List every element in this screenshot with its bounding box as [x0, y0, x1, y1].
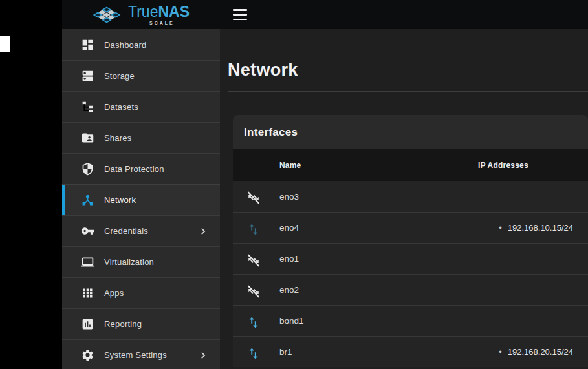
sidebar-item-network[interactable]: Network	[62, 184, 220, 215]
truenas-app-window: TrueNAS SCALE Dashboard Storage Datasets…	[62, 0, 588, 369]
bullet: •	[499, 223, 502, 233]
brand-edition: SCALE	[149, 21, 190, 25]
interface-name: br1	[279, 347, 478, 357]
page-title: Network	[228, 60, 588, 80]
gear-icon	[80, 348, 94, 363]
sidebar: Dashboard Storage Datasets Shares Data P…	[62, 29, 220, 369]
sidebar-item-label: Shares	[104, 133, 131, 143]
background-window-fragment	[0, 36, 10, 52]
topbar: TrueNAS SCALE	[62, 0, 588, 29]
sidebar-item-label: Network	[104, 195, 136, 205]
interface-name: bond1	[279, 316, 478, 326]
apps-grid-icon	[80, 286, 94, 300]
interface-name: eno3	[279, 192, 478, 202]
network-hub-icon	[80, 193, 94, 207]
storage-icon	[80, 69, 94, 83]
sidebar-item-reporting[interactable]: Reporting	[62, 308, 220, 339]
sidebar-item-label: Storage	[104, 71, 135, 81]
interface-row-br1[interactable]: br1 •192.168.20.15/24	[233, 336, 588, 367]
sidebar-item-label: Dashboard	[104, 40, 146, 50]
interface-name: eno4	[279, 223, 478, 233]
interfaces-card-header: Interfaces	[233, 115, 588, 149]
sidebar-item-label: Virtualization	[104, 257, 154, 267]
interface-row-eno3[interactable]: eno3	[233, 181, 588, 212]
shield-icon	[80, 162, 94, 176]
chevron-right-icon	[197, 349, 210, 362]
key-icon	[80, 224, 94, 238]
sidebar-item-datasets[interactable]: Datasets	[62, 91, 220, 122]
interface-row-bond1[interactable]: bond1	[233, 305, 588, 336]
brand-name: TrueNAS	[128, 5, 190, 19]
interface-name: eno2	[279, 285, 478, 295]
sidebar-item-label: Reporting	[104, 319, 142, 329]
interface-ip-addresses: •192.168.20.15/24	[478, 347, 588, 357]
sidebar-item-virtualization[interactable]: Virtualization	[62, 246, 220, 277]
sidebar-item-label: Apps	[104, 288, 124, 298]
chevron-right-icon	[197, 225, 210, 238]
sidebar-item-label: Datasets	[104, 102, 138, 112]
sidebar-item-label: System Settings	[104, 350, 167, 360]
screen: TrueNAS SCALE Dashboard Storage Datasets…	[0, 0, 588, 369]
column-header-name: Name	[279, 161, 478, 170]
sidebar-item-dashboard[interactable]: Dashboard	[62, 29, 220, 60]
interface-row-eno4[interactable]: eno4 •192.168.10.15/24	[233, 212, 588, 243]
sidebar-item-apps[interactable]: Apps	[62, 277, 220, 308]
datasets-tree-icon	[80, 100, 94, 114]
sidebar-item-shares[interactable]: Shares	[62, 122, 220, 153]
desktop-background	[0, 0, 62, 369]
interfaces-table-body: eno3 eno4 •192.168.10.15/24 eno1 eno2 bo…	[233, 181, 588, 367]
sidebar-item-label: Data Protection	[104, 164, 164, 174]
interfaces-card: Interfaces Name IP Addresses eno3 eno4 •…	[233, 115, 588, 367]
shared-folder-icon	[80, 131, 94, 145]
sidebar-item-label: Credentials	[104, 226, 148, 236]
dashboard-icon	[80, 37, 94, 52]
truenas-logo[interactable]: TrueNAS SCALE	[92, 0, 190, 29]
interfaces-card-title: Interfaces	[244, 126, 298, 139]
interfaces-table-header: Name IP Addresses	[233, 149, 588, 181]
hamburger-icon	[233, 9, 247, 11]
interface-row-eno2[interactable]: eno2	[233, 274, 588, 305]
column-header-ip-addresses: IP Addresses	[478, 161, 588, 170]
bullet: •	[499, 347, 502, 357]
sidebar-item-credentials[interactable]: Credentials	[62, 215, 220, 246]
title-divider	[228, 91, 588, 92]
sidebar-item-storage[interactable]: Storage	[62, 60, 220, 91]
interface-row-eno1[interactable]: eno1	[233, 243, 588, 274]
laptop-icon	[80, 255, 94, 269]
main-content: Network Interfaces Name IP Addresses eno…	[220, 29, 588, 369]
sidebar-item-data-protection[interactable]: Data Protection	[62, 153, 220, 184]
sidebar-item-system-settings[interactable]: System Settings	[62, 339, 220, 369]
sidebar-toggle-button[interactable]	[233, 8, 248, 21]
interface-name: eno1	[279, 254, 478, 264]
truenas-logo-icon	[92, 6, 122, 24]
bar-chart-icon	[80, 317, 94, 332]
interface-ip-addresses: •192.168.10.15/24	[478, 223, 588, 233]
